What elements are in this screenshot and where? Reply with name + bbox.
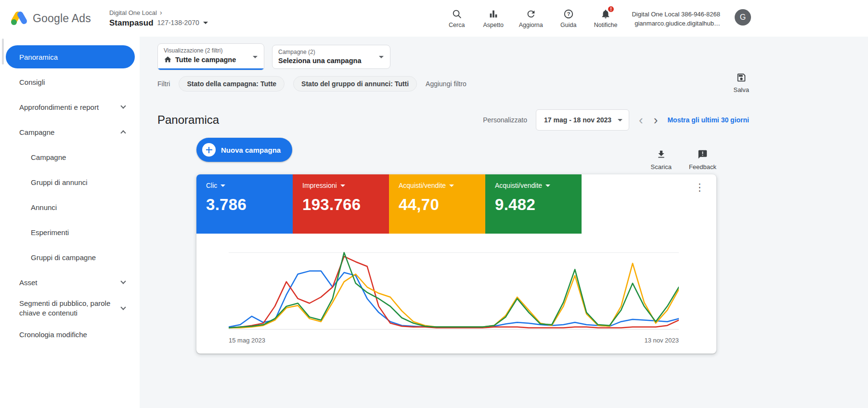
plus-icon <box>202 143 216 157</box>
view-selector[interactable]: Visualizzazione (2 filtri) Tutte le camp… <box>157 43 264 70</box>
chevron-down-icon <box>120 304 126 310</box>
date-mode-label: Personalizzato <box>483 116 527 124</box>
sidebar-item-campagne-sub[interactable]: Campagne <box>0 145 140 170</box>
filter-chip-campaign-status[interactable]: Stato della campagna: Tutte <box>179 76 285 92</box>
sidebar-item-panoramica[interactable]: Panoramica <box>6 45 135 68</box>
filter-chip-adgroup-status[interactable]: Stato del gruppo di annunci: Tutti <box>293 76 417 92</box>
add-filter-button[interactable]: Aggiungi filtro <box>426 80 466 88</box>
download-label: Scarica <box>651 163 672 171</box>
metric-tile-acquisti-vendite-2[interactable]: Acquisti/vendite 9.482 <box>485 174 582 234</box>
metric-value: 9.482 <box>495 196 582 214</box>
caret-down-icon <box>618 119 622 121</box>
trend-chart-svg <box>229 248 679 334</box>
metric-label: Acquisti/vendite <box>399 182 446 189</box>
account-info[interactable]: Digital One Local 386-946-8268 gianmarco… <box>632 10 720 28</box>
campaign-selector-value: Seleziona una campagna <box>278 57 361 65</box>
metric-label: Clic <box>206 182 217 189</box>
nav-label: Guida <box>560 22 576 28</box>
campaign-selector[interactable]: Campagne (2) Seleziona una campagna <box>272 45 390 69</box>
save-button[interactable]: Salva <box>733 72 749 93</box>
sidebar: Panoramica Consigli Approfondimenti e re… <box>0 37 140 408</box>
svg-text:?: ? <box>567 11 570 17</box>
nav-search[interactable]: Cerca <box>446 8 468 28</box>
chart-x-axis: 15 mag 2023 13 nov 2023 <box>196 334 716 347</box>
download-icon <box>656 149 666 161</box>
show-last-30-days-link[interactable]: Mostra gli ultimi 30 giorni <box>667 116 749 124</box>
x-axis-end-label: 13 nov 2023 <box>644 337 679 344</box>
account-breadcrumb[interactable]: Digital One Local› Stampasud 127-138-207… <box>109 9 208 28</box>
notification-badge: ! <box>607 5 615 13</box>
sidebar-item-campagne[interactable]: Campagne <box>0 119 140 145</box>
date-range-value: 17 mag - 18 nov 2023 <box>544 116 611 124</box>
metric-tiles: Clic 3.786 Impressioni 193.766 <box>196 174 716 234</box>
home-icon <box>164 55 172 64</box>
sidebar-item-cronologia-modifiche[interactable]: Cronologia modifiche <box>0 322 140 347</box>
sidebar-item-label: Cronologia modifiche <box>19 330 87 339</box>
search-icon <box>451 8 463 20</box>
nav-label: Aggiorna <box>519 22 543 28</box>
sidebar-scrollbar[interactable] <box>2 39 4 65</box>
card-overflow-menu[interactable]: ⋮ <box>695 182 705 192</box>
sidebar-item-segmenti[interactable]: Segmenti di pubblico, parole chiave e co… <box>0 295 140 322</box>
metric-tile-impressioni[interactable]: Impressioni 193.766 <box>293 174 389 234</box>
metric-tile-clic[interactable]: Clic 3.786 <box>196 174 293 234</box>
account-id: 127-138-2070 <box>157 19 199 27</box>
sidebar-item-asset[interactable]: Asset <box>0 270 140 295</box>
campaign-selector-label: Campagne (2) <box>278 49 374 55</box>
metric-label: Acquisti/vendite <box>495 182 542 189</box>
sidebar-item-esperimenti[interactable]: Esperimenti <box>0 220 140 245</box>
nav-appearance[interactable]: Aspetto <box>482 8 505 28</box>
nav-refresh[interactable]: Aggiorna <box>519 8 543 28</box>
metric-value: 193.766 <box>302 196 389 214</box>
main-content: Visualizzazione (2 filtri) Tutte le camp… <box>140 37 868 408</box>
save-label: Salva <box>733 86 749 93</box>
caret-down-icon <box>220 184 225 187</box>
feedback-button[interactable]: Feedback <box>689 149 716 171</box>
save-icon <box>736 72 747 85</box>
nav-label: Notifiche <box>594 22 618 28</box>
date-next-button[interactable]: › <box>653 114 659 126</box>
sidebar-item-gruppi-di-campagne[interactable]: Gruppi di campagne <box>0 245 140 270</box>
caret-down-icon <box>253 56 258 58</box>
overview-metrics-card: Clic 3.786 Impressioni 193.766 <box>196 174 716 354</box>
new-campaign-button[interactable]: Nuova campagna <box>196 138 292 162</box>
actions-row: Nuova campagna Scarica Feedback <box>196 138 749 167</box>
caret-down-icon <box>340 184 345 187</box>
sidebar-item-label: Gruppi di campagne <box>31 253 96 262</box>
sidebar-item-label: Campagne <box>19 128 54 136</box>
sidebar-item-label: Campagne <box>31 153 66 161</box>
sidebar-item-gruppi-di-annunci[interactable]: Gruppi di annunci <box>0 170 140 195</box>
appearance-icon <box>488 8 499 20</box>
view-selector-label: Visualizzazione (2 filtri) <box>164 47 247 54</box>
avatar[interactable]: G <box>735 9 751 26</box>
breadcrumb-chevron-icon: › <box>160 9 162 16</box>
caret-down-icon <box>449 184 454 187</box>
page-header: Panoramica Personalizzato 17 mag - 18 no… <box>157 109 749 131</box>
new-campaign-label: Nuova campagna <box>221 146 281 154</box>
nav-label: Cerca <box>449 22 465 28</box>
nav-help[interactable]: ? Guida <box>557 8 580 28</box>
account-switcher-caret-icon[interactable] <box>203 22 208 24</box>
caret-down-icon <box>379 56 384 58</box>
date-range-picker[interactable]: 17 mag - 18 nov 2023 <box>536 109 629 131</box>
metric-tile-acquisti-vendite-1[interactable]: Acquisti/vendite 44,70 <box>389 174 485 234</box>
caret-down-icon <box>545 184 550 187</box>
x-axis-start-label: 15 mag 2023 <box>229 337 265 344</box>
nav-notifications[interactable]: ! Notifiche <box>594 8 618 28</box>
sidebar-item-consigli[interactable]: Consigli <box>0 69 140 94</box>
download-button[interactable]: Scarica <box>651 149 672 171</box>
performance-chart[interactable] <box>196 234 716 334</box>
sidebar-item-label: Approfondimenti e report <box>19 103 99 111</box>
view-selector-value: Tutte le campagne <box>175 56 236 64</box>
sidebar-item-approfondimenti[interactable]: Approfondimenti e report <box>0 94 140 119</box>
sidebar-item-label: Panoramica <box>19 53 58 61</box>
sidebar-item-label: Annunci <box>31 203 57 211</box>
breadcrumb-parent-account[interactable]: Digital One Local <box>109 9 157 16</box>
sidebar-item-annunci[interactable]: Annunci <box>0 195 140 220</box>
chevron-up-icon <box>120 130 126 135</box>
chevron-down-icon <box>120 278 126 284</box>
topbar-actions: Cerca Aspetto Aggiorna ? Guida ! Noti <box>446 8 751 28</box>
date-prev-button[interactable]: ‹ <box>638 114 644 126</box>
google-ads-logo[interactable]: Google Ads <box>11 11 91 26</box>
help-icon: ? <box>563 8 574 20</box>
